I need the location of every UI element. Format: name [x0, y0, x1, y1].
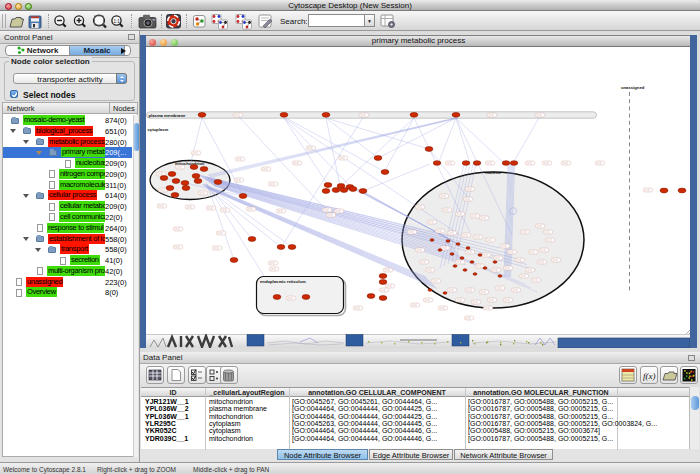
svg-text:(x x): (x x) — [417, 248, 422, 252]
svg-text:(x x): (x x) — [487, 238, 492, 242]
svg-text:(x x): (x x) — [433, 279, 438, 283]
svg-text:(x x): (x x) — [489, 113, 494, 117]
svg-text:(x x): (x x) — [385, 268, 390, 272]
svg-text:(x x): (x x) — [437, 229, 442, 233]
svg-text:(x x): (x x) — [447, 161, 452, 165]
svg-text:(x x): (x x) — [544, 161, 549, 165]
svg-text:(x x): (x x) — [473, 300, 478, 304]
svg-text:(x x): (x x) — [487, 161, 492, 165]
svg-text:(x x): (x x) — [497, 286, 502, 290]
svg-text:(x x): (x x) — [553, 258, 558, 262]
svg-text:(x x): (x x) — [547, 238, 552, 242]
svg-text:(x x): (x x) — [328, 213, 333, 217]
svg-text:(x x): (x x) — [465, 197, 470, 201]
svg-text:(x x): (x x) — [288, 296, 293, 300]
svg-text:(x x): (x x) — [193, 151, 198, 155]
svg-text:(x x): (x x) — [537, 113, 542, 117]
svg-text:(x x): (x x) — [597, 161, 602, 165]
svg-text:(x x): (x x) — [475, 235, 480, 239]
svg-text:(x x): (x x) — [444, 208, 449, 212]
svg-text:(x x): (x x) — [324, 208, 329, 212]
svg-text:(x x): (x x) — [466, 316, 471, 320]
svg-text:f(x): f(x) — [643, 371, 656, 381]
svg-text:(x x): (x x) — [425, 298, 430, 302]
svg-text:(x x): (x x) — [355, 306, 360, 310]
svg-text:(x x): (x x) — [530, 250, 535, 254]
svg-text:(x x): (x x) — [417, 205, 422, 209]
svg-text:(x x): (x x) — [645, 188, 650, 192]
svg-text:(x x): (x x) — [489, 298, 494, 302]
svg-text:(x x): (x x) — [248, 207, 253, 211]
svg-text:plasma membrane: plasma membrane — [149, 113, 186, 118]
svg-text:(x x): (x x) — [537, 224, 542, 228]
svg-text:(x x): (x x) — [527, 268, 532, 272]
svg-text:(x x): (x x) — [441, 194, 446, 198]
svg-text:(x x): (x x) — [235, 113, 240, 117]
svg-text:(x x): (x x) — [522, 230, 527, 234]
svg-text:(x x): (x x) — [539, 260, 544, 264]
svg-text:(x x): (x x) — [237, 157, 242, 161]
svg-text:(x x): (x x) — [294, 161, 299, 165]
svg-text:(x x): (x x) — [472, 214, 477, 218]
svg-text:(x x): (x x) — [340, 156, 345, 160]
svg-text:(x x): (x x) — [270, 261, 275, 265]
svg-text:(x x): (x x) — [527, 161, 532, 165]
svg-text:(x x): (x x) — [222, 208, 227, 212]
svg-text:cytoplasm: cytoplasm — [148, 127, 169, 132]
svg-text:(x x): (x x) — [200, 191, 205, 195]
svg-text:(x x): (x x) — [214, 246, 219, 250]
svg-text:(x x): (x x) — [440, 306, 445, 310]
svg-text:(x x): (x x) — [308, 146, 313, 150]
svg-text:1:1: 1:1 — [114, 19, 121, 24]
svg-text:(x x): (x x) — [381, 288, 386, 292]
svg-text:nucleus: nucleus — [485, 170, 501, 175]
svg-text:(x x): (x x) — [271, 267, 276, 271]
svg-text:(x x): (x x) — [208, 206, 213, 210]
svg-text:unassigned: unassigned — [621, 85, 645, 90]
svg-text:endoplasmic reticulum: endoplasmic reticulum — [260, 279, 306, 284]
svg-text:(x x): (x x) — [236, 178, 241, 182]
svg-text:(x x): (x x) — [218, 231, 223, 235]
svg-text:(x x): (x x) — [429, 220, 434, 224]
svg-text:mitochondrion: mitochondrion — [175, 161, 205, 166]
svg-text:(x x): (x x) — [563, 161, 568, 165]
svg-text:(x x): (x x) — [421, 260, 426, 264]
svg-text:(x x): (x x) — [160, 188, 165, 192]
svg-text:(x x): (x x) — [517, 258, 522, 262]
svg-text:(x x): (x x) — [175, 245, 180, 249]
svg-text:(x x): (x x) — [187, 205, 192, 209]
svg-text:(x x): (x x) — [485, 306, 490, 310]
svg-text:(x x): (x x) — [481, 290, 486, 294]
svg-text:(x x): (x x) — [457, 298, 462, 302]
svg-text:(x x): (x x) — [505, 298, 510, 302]
svg-text:(x x): (x x) — [467, 187, 472, 191]
svg-text:(x x): (x x) — [545, 230, 550, 234]
svg-text:(x x): (x x) — [509, 250, 514, 254]
svg-text:(x x): (x x) — [278, 209, 283, 213]
svg-text:(x x): (x x) — [159, 204, 164, 208]
svg-text:(x x): (x x) — [175, 227, 180, 231]
svg-text:(x x): (x x) — [457, 260, 462, 264]
svg-text:(x x): (x x) — [533, 278, 538, 282]
svg-text:(x x): (x x) — [502, 244, 507, 248]
svg-text:(x x): (x x) — [483, 253, 488, 257]
svg-text:(x x): (x x) — [387, 284, 392, 288]
svg-text:(x x): (x x) — [449, 231, 454, 235]
svg-text:(x x): (x x) — [481, 216, 486, 220]
svg-text:(x x): (x x) — [263, 167, 268, 171]
svg-text:(x x): (x x) — [412, 303, 417, 307]
svg-text:(x x): (x x) — [463, 233, 468, 237]
svg-text:(x x): (x x) — [457, 212, 462, 216]
svg-text:(x x): (x x) — [513, 288, 518, 292]
svg-text:(x x): (x x) — [477, 264, 482, 268]
svg-text:(x x): (x x) — [177, 165, 182, 169]
svg-text:(x x): (x x) — [467, 288, 472, 292]
svg-text:(x x): (x x) — [442, 246, 447, 250]
svg-text:(x x): (x x) — [361, 113, 366, 117]
svg-text:(x x): (x x) — [270, 182, 275, 186]
svg-text:(x x): (x x) — [541, 248, 546, 252]
svg-text:(x x): (x x) — [505, 266, 510, 270]
svg-text:(x x): (x x) — [427, 268, 432, 272]
svg-text:(x x): (x x) — [467, 250, 472, 254]
svg-text:(x x): (x x) — [493, 268, 498, 272]
